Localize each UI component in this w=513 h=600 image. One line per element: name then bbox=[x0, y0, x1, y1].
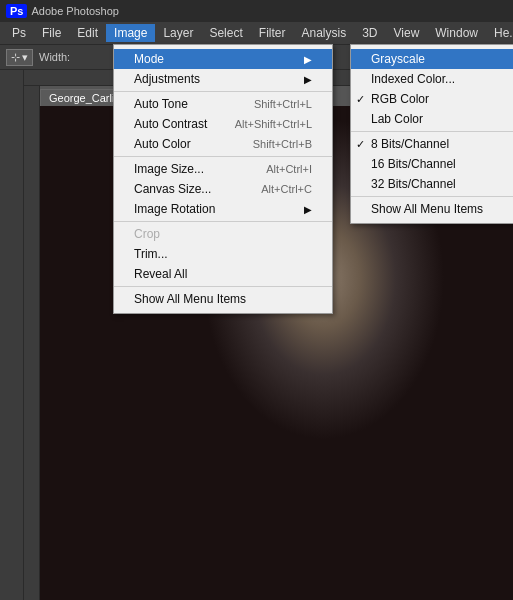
ps-logo: Ps bbox=[6, 4, 27, 18]
menu-item-trim[interactable]: Trim... bbox=[114, 244, 332, 264]
submenu-arrow-rotation: ▶ bbox=[304, 204, 312, 215]
left-toolbar bbox=[0, 70, 24, 600]
menu-3d[interactable]: 3D bbox=[354, 24, 385, 42]
tool-icon: ⊹ bbox=[11, 51, 20, 64]
menu-section-showall: Show All Menu Items bbox=[114, 287, 332, 311]
mode-item-show-all[interactable]: Show All Menu Items bbox=[351, 199, 513, 219]
mode-item-lab[interactable]: Lab Color bbox=[351, 109, 513, 129]
mode-item-16bit[interactable]: 16 Bits/Channel bbox=[351, 154, 513, 174]
menu-item-adjustments[interactable]: Adjustments ▶ bbox=[114, 69, 332, 89]
menu-item-mode[interactable]: Mode ▶ bbox=[114, 49, 332, 69]
mode-item-32bit[interactable]: 32 Bits/Channel bbox=[351, 174, 513, 194]
title-bar: Ps Adobe Photoshop bbox=[0, 0, 513, 22]
menu-item-auto-contrast[interactable]: Auto Contrast Alt+Shift+Ctrl+L bbox=[114, 114, 332, 134]
menu-section-size: Image Size... Alt+Ctrl+I Canvas Size... … bbox=[114, 157, 332, 222]
menu-layer[interactable]: Layer bbox=[155, 24, 201, 42]
title-text: Adobe Photoshop bbox=[31, 5, 118, 17]
submenu-arrow-adjustments: ▶ bbox=[304, 74, 312, 85]
menu-image[interactable]: Image bbox=[106, 24, 155, 42]
menu-item-crop: Crop bbox=[114, 224, 332, 244]
submenu-arrow-mode: ▶ bbox=[304, 54, 312, 65]
mode-submenu[interactable]: Grayscale Indexed Color... ✓ RGB Color L… bbox=[350, 44, 513, 224]
tool-arrow: ▾ bbox=[22, 51, 28, 64]
menu-file[interactable]: File bbox=[34, 24, 69, 42]
ruler-vertical bbox=[24, 86, 40, 600]
menu-section-mode: Mode ▶ Adjustments ▶ bbox=[114, 47, 332, 92]
mode-section-footer: Show All Menu Items bbox=[351, 197, 513, 221]
menu-filter[interactable]: Filter bbox=[251, 24, 294, 42]
menu-ps[interactable]: Ps bbox=[4, 24, 34, 42]
menu-window[interactable]: Window bbox=[427, 24, 486, 42]
menu-item-auto-color[interactable]: Auto Color Shift+Ctrl+B bbox=[114, 134, 332, 154]
width-label: Width: bbox=[39, 51, 70, 63]
rgb-checkmark: ✓ bbox=[356, 93, 365, 106]
menu-section-auto: Auto Tone Shift+Ctrl+L Auto Contrast Alt… bbox=[114, 92, 332, 157]
menu-edit[interactable]: Edit bbox=[69, 24, 106, 42]
menu-item-auto-tone[interactable]: Auto Tone Shift+Ctrl+L bbox=[114, 94, 332, 114]
image-dropdown-menu[interactable]: Mode ▶ Adjustments ▶ Auto Tone Shift+Ctr… bbox=[113, 44, 333, 314]
menu-help[interactable]: He... bbox=[486, 24, 513, 42]
menu-item-image-size[interactable]: Image Size... Alt+Ctrl+I bbox=[114, 159, 332, 179]
menu-item-show-all-image[interactable]: Show All Menu Items bbox=[114, 289, 332, 309]
mode-item-grayscale[interactable]: Grayscale bbox=[351, 49, 513, 69]
menu-item-reveal-all[interactable]: Reveal All bbox=[114, 264, 332, 284]
menu-select[interactable]: Select bbox=[201, 24, 250, 42]
mode-item-rgb[interactable]: ✓ RGB Color bbox=[351, 89, 513, 109]
mode-section-colors: Grayscale Indexed Color... ✓ RGB Color L… bbox=[351, 47, 513, 132]
mode-item-indexed-color[interactable]: Indexed Color... bbox=[351, 69, 513, 89]
menu-view[interactable]: View bbox=[386, 24, 428, 42]
menu-section-crop: Crop Trim... Reveal All bbox=[114, 222, 332, 287]
current-tool[interactable]: ⊹ ▾ bbox=[6, 49, 33, 66]
8bit-checkmark: ✓ bbox=[356, 138, 365, 151]
menu-analysis[interactable]: Analysis bbox=[293, 24, 354, 42]
mode-section-bits: ✓ 8 Bits/Channel 16 Bits/Channel 32 Bits… bbox=[351, 132, 513, 197]
menu-item-canvas-size[interactable]: Canvas Size... Alt+Ctrl+C bbox=[114, 179, 332, 199]
menu-item-image-rotation[interactable]: Image Rotation ▶ bbox=[114, 199, 332, 219]
menu-bar[interactable]: Ps File Edit Image Layer Select Filter A… bbox=[0, 22, 513, 44]
mode-item-8bit[interactable]: ✓ 8 Bits/Channel bbox=[351, 134, 513, 154]
